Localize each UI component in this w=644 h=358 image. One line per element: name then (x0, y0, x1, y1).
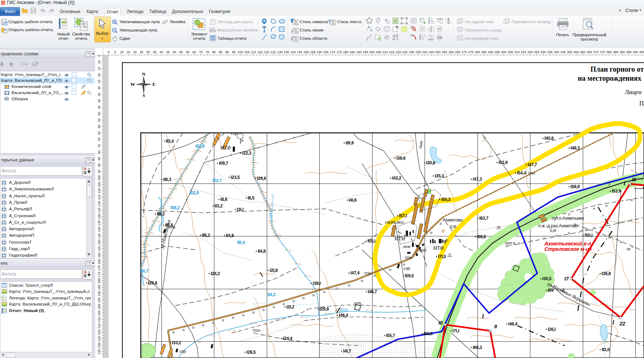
svg-text:225: 225 (97, 336, 101, 341)
svg-text:195: 195 (363, 50, 368, 54)
svg-text:75: 75 (97, 144, 101, 148)
svg-text:265: 265 (455, 50, 460, 54)
svg-text:330: 330 (540, 50, 546, 54)
svg-text:II0,4: II0,4 (237, 240, 245, 245)
svg-text:100: 100 (237, 50, 243, 54)
svg-text:270: 270 (462, 50, 467, 54)
svg-text:Лицен: Лицен (625, 89, 641, 96)
svg-text:70: 70 (199, 50, 203, 54)
svg-text:I53,9: I53,9 (612, 189, 621, 194)
svg-text:I38,6: I38,6 (396, 156, 406, 161)
svg-text:95: 95 (232, 50, 236, 54)
svg-text:170: 170 (330, 50, 335, 54)
svg-text:190: 190 (97, 291, 101, 296)
svg-text:185: 185 (97, 285, 101, 290)
svg-text:355: 355 (573, 50, 579, 54)
svg-text:125: 125 (270, 50, 276, 54)
svg-text:135: 135 (284, 50, 289, 54)
svg-text:20: 20 (97, 73, 101, 77)
svg-text:10: 10 (97, 60, 101, 64)
svg-text:365: 365 (586, 50, 592, 54)
svg-text:215: 215 (389, 50, 395, 54)
svg-text:I30,5: I30,5 (542, 276, 552, 281)
svg-text:I02,9: I02,9 (190, 190, 199, 195)
svg-text:90: 90 (97, 163, 101, 167)
svg-text:125: 125 (97, 207, 101, 213)
svg-text:8: 8 (484, 136, 485, 140)
svg-text:95: 95 (97, 170, 101, 173)
svg-text:I7: I7 (564, 275, 569, 282)
svg-text:I24,4: I24,4 (283, 336, 292, 341)
svg-text:230: 230 (97, 342, 101, 348)
svg-text:I66,6: I66,6 (424, 331, 433, 336)
svg-text:ток: ток (403, 244, 411, 249)
svg-text:5: 5 (97, 55, 101, 57)
svg-text:115: 115 (97, 195, 101, 200)
svg-text:I23,5: I23,5 (231, 175, 240, 180)
svg-text:I43,2: I43,2 (392, 176, 401, 181)
svg-text:I2I,2: I2I,2 (286, 304, 294, 309)
svg-text:165: 165 (323, 50, 329, 54)
svg-text:I: I (481, 313, 484, 319)
svg-text:180: 180 (97, 278, 101, 283)
svg-text:220: 220 (97, 329, 101, 335)
svg-text:15: 15 (127, 50, 130, 54)
svg-text:II3,4: II3,4 (166, 139, 174, 144)
svg-text:0,I8: 0,I8 (450, 224, 456, 229)
svg-text:120: 120 (97, 201, 101, 206)
svg-text:II4,2: II4,2 (268, 292, 275, 297)
svg-text:Пл: Пл (639, 100, 644, 107)
svg-text:200: 200 (97, 304, 101, 309)
svg-text:80: 80 (212, 50, 216, 54)
svg-text:205: 205 (97, 310, 101, 316)
svg-text:I40,8: I40,8 (544, 136, 554, 141)
svg-text:7(П)А: 7(П)А (364, 271, 372, 275)
svg-text:I22,3: I22,3 (242, 151, 252, 156)
svg-text:250: 250 (435, 50, 441, 54)
svg-text:105: 105 (244, 50, 249, 54)
svg-text:160: 160 (97, 252, 101, 258)
svg-text:Ахметьевский к-л: Ахметьевский к-л (544, 241, 591, 247)
svg-text:I: I (612, 319, 615, 325)
svg-text:325: 325 (534, 50, 539, 54)
svg-text:215: 215 (97, 323, 101, 329)
svg-text:лет.: лет. (353, 300, 362, 306)
svg-text:150: 150 (97, 240, 101, 245)
svg-text:7(ІЗ)А: 7(ІЗ)А (252, 329, 261, 332)
svg-text:340: 340 (553, 50, 559, 54)
svg-text:20: 20 (133, 50, 137, 54)
svg-text:I3I,I: I3I,I (237, 207, 244, 212)
svg-text:320: 320 (527, 50, 533, 54)
svg-text:I2I,8: I2I,8 (270, 268, 278, 273)
svg-text:пут.п.Ахметьево: пут.п.Ахметьево (552, 216, 584, 221)
svg-text:380: 380 (606, 50, 612, 54)
svg-text:I02,6: I02,6 (195, 144, 205, 149)
svg-text:10: 10 (120, 50, 123, 54)
svg-text:93,0: 93,0 (602, 347, 610, 352)
svg-text:на месторождениях: на месторождениях (578, 74, 641, 83)
svg-text:240: 240 (422, 50, 428, 54)
svg-text:7(П)А: 7(П)А (404, 256, 412, 260)
svg-text:I: I (623, 180, 626, 186)
svg-text:сар.: сар. (180, 348, 187, 354)
svg-text:I4I,6: I4I,6 (349, 198, 357, 203)
svg-text:315: 315 (521, 50, 526, 54)
svg-text:I46,7: I46,7 (368, 289, 377, 294)
svg-text:305: 305 (508, 50, 513, 54)
svg-text:85: 85 (97, 157, 101, 160)
svg-text:100: 100 (97, 175, 101, 181)
svg-text:I30,8: I30,8 (426, 160, 435, 165)
svg-text:25: 25 (97, 80, 101, 83)
svg-text:70: 70 (97, 138, 101, 141)
svg-text:210: 210 (382, 50, 388, 54)
svg-text:90: 90 (225, 50, 229, 54)
svg-text:115: 115 (257, 50, 262, 54)
svg-text:I57,I: I57,I (399, 213, 407, 218)
svg-text:105: 105 (97, 182, 101, 187)
svg-text:50: 50 (173, 50, 176, 54)
svg-text:160: 160 (317, 50, 322, 54)
svg-text:45: 45 (97, 105, 101, 109)
svg-text:145: 145 (297, 50, 302, 54)
svg-text:I24,3: I24,3 (211, 271, 220, 276)
svg-text:390: 390 (619, 50, 625, 54)
